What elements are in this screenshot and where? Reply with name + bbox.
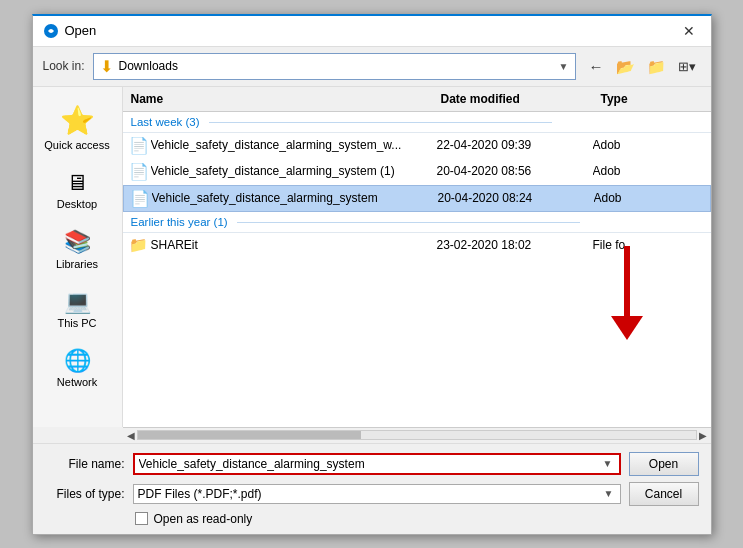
sidebar-item-label-network: Network [57, 376, 97, 388]
file-icon: 📄 [123, 162, 151, 181]
files-of-type-label: Files of type: [45, 487, 125, 501]
file-name-row: File name: ▼ Open [45, 452, 699, 476]
file-name: Vehicle_safety_distance_alarming_system [152, 191, 434, 205]
close-button[interactable]: ✕ [677, 22, 701, 40]
sidebar-item-label-desktop: Desktop [57, 198, 97, 210]
sidebar-item-this-pc[interactable]: 💻 This PC [37, 281, 117, 338]
table-row[interactable]: 📄 Vehicle_safety_distance_alarming_syste… [123, 133, 711, 159]
group-header-last-week: Last week (3) [123, 112, 711, 133]
main-area: ⭐ Quick access 🖥 Desktop 📚 Libraries 💻 T… [33, 87, 711, 427]
col-header-date[interactable]: Date modified [433, 90, 593, 108]
desktop-icon: 🖥 [66, 171, 88, 195]
file-list-header: Name Date modified Type [123, 87, 711, 112]
nav-up-button[interactable]: 📂 [611, 55, 640, 78]
file-date: 20-04-2020 08:56 [433, 164, 593, 178]
col-header-name[interactable]: Name [123, 90, 433, 108]
file-date: 22-04-2020 09:39 [433, 138, 593, 152]
sidebar-item-label-quick-access: Quick access [44, 139, 109, 151]
dialog-title: Open [65, 23, 97, 38]
sidebar-item-desktop[interactable]: 🖥 Desktop [37, 162, 117, 219]
toolbar-row: Look in: ⬇ Downloads ▼ ← 📂 📁 ⊞▾ [33, 47, 711, 87]
scroll-left-arrow[interactable]: ◀ [125, 430, 137, 441]
look-in-dropdown-arrow: ▼ [559, 61, 569, 72]
folder-down-icon: ⬇ [100, 57, 113, 76]
filetype-dropdown-button[interactable]: ▼ [602, 488, 616, 499]
title-bar: Open ✕ [33, 16, 711, 47]
readonly-label: Open as read-only [154, 512, 253, 526]
sidebar-item-libraries[interactable]: 📚 Libraries [37, 221, 117, 278]
readonly-row: Open as read-only [45, 512, 699, 526]
group-header-earlier: Earlier this year (1) [123, 212, 711, 233]
filename-input-wrap: ▼ [133, 453, 621, 475]
title-bar-left: Open [43, 23, 97, 39]
file-type: File fo [593, 238, 711, 252]
filename-input[interactable] [139, 457, 601, 471]
files-of-type-row: Files of type: PDF Files (*.PDF;*.pdf) ▼… [45, 482, 699, 506]
table-row[interactable]: 📁 SHAREit 23-02-2020 18:02 File fo [123, 233, 711, 258]
group-line [237, 222, 580, 223]
sidebar-item-quick-access[interactable]: ⭐ Quick access [37, 97, 117, 161]
dialog-icon [43, 23, 59, 39]
file-icon: 📄 [123, 136, 151, 155]
libraries-icon: 📚 [64, 230, 91, 254]
file-date: 20-04-2020 08:24 [434, 191, 594, 205]
sidebar: ⭐ Quick access 🖥 Desktop 📚 Libraries 💻 T… [33, 87, 123, 427]
bottom-area: File name: ▼ Open Files of type: PDF Fil… [33, 443, 711, 534]
file-type: Adob [593, 164, 711, 178]
filetype-select-wrap[interactable]: PDF Files (*.PDF;*.pdf) ▼ [133, 484, 621, 504]
table-row[interactable]: 📄 Vehicle_safety_distance_alarming_syste… [123, 159, 711, 185]
group-line [209, 122, 552, 123]
sidebar-item-label-this-pc: This PC [57, 317, 96, 329]
scroll-right-arrow[interactable]: ▶ [697, 430, 709, 441]
open-dialog: Open ✕ Look in: ⬇ Downloads ▼ ← 📂 📁 ⊞▾ [32, 14, 712, 535]
h-scroll-track[interactable] [137, 430, 697, 440]
network-icon: 🌐 [64, 349, 91, 373]
col-header-type[interactable]: Type [593, 90, 711, 108]
look-in-value: Downloads [119, 59, 178, 73]
open-button[interactable]: Open [629, 452, 699, 476]
look-in-inner: ⬇ Downloads [100, 57, 178, 76]
file-icon: 📄 [124, 189, 152, 208]
quick-access-icon: ⭐ [60, 106, 95, 137]
cancel-button[interactable]: Cancel [629, 482, 699, 506]
file-name: Vehicle_safety_distance_alarming_system … [151, 164, 433, 178]
file-name: Vehicle_safety_distance_alarming_system_… [151, 138, 433, 152]
readonly-checkbox[interactable] [135, 512, 148, 525]
file-list-area[interactable]: Name Date modified Type Last week (3) 📄 … [123, 87, 711, 427]
folder-icon: 📁 [123, 236, 151, 254]
toolbar-icons: ← 📂 📁 ⊞▾ [584, 55, 701, 78]
file-type: Adob [594, 191, 710, 205]
nav-back-button[interactable]: ← [584, 55, 609, 78]
view-button[interactable]: ⊞▾ [673, 56, 701, 77]
scrollbar-row: ◀ ▶ [123, 427, 711, 443]
new-folder-button[interactable]: 📁 [642, 55, 671, 78]
look-in-select[interactable]: ⬇ Downloads ▼ [93, 53, 576, 80]
filename-dropdown-button[interactable]: ▼ [601, 458, 615, 469]
sidebar-item-network[interactable]: 🌐 Network [37, 340, 117, 397]
file-name-label: File name: [45, 457, 125, 471]
sidebar-item-label-libraries: Libraries [56, 258, 98, 270]
file-date: 23-02-2020 18:02 [433, 238, 593, 252]
filetype-text: PDF Files (*.PDF;*.pdf) [138, 487, 602, 501]
look-in-label: Look in: [43, 59, 85, 73]
table-row[interactable]: 📄 Vehicle_safety_distance_alarming_syste… [123, 185, 711, 212]
this-pc-icon: 💻 [64, 290, 91, 314]
file-name: SHAREit [151, 238, 433, 252]
file-type: Adob [593, 138, 711, 152]
h-scroll-thumb [138, 431, 361, 439]
